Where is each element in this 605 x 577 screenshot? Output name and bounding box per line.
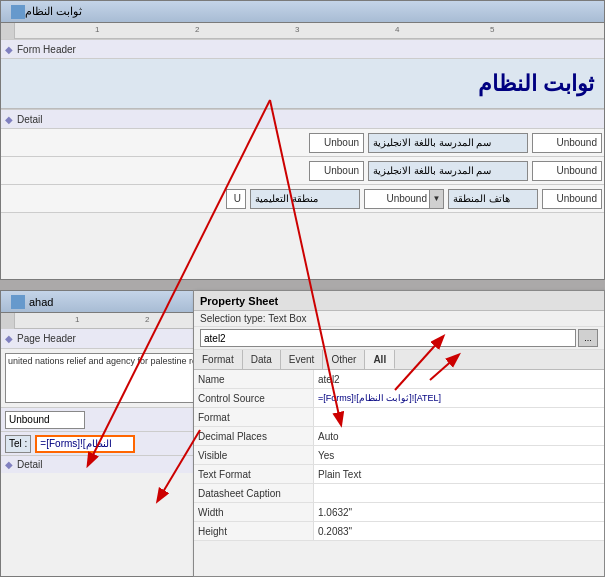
ps-value-visible[interactable]: Yes <box>314 450 604 461</box>
detail-diamond-icon: ◆ <box>5 114 13 125</box>
bottom-ruler-corner <box>1 313 15 329</box>
bw-detail-label: Detail <box>17 459 43 470</box>
ps-label-format: Format <box>194 408 314 426</box>
detail-section-header: ◆ Detail <box>1 109 604 129</box>
ps-tabs[interactable]: Format Data Event Other All <box>194 350 604 370</box>
ps-row-decimal: Decimal Places Auto <box>194 427 604 446</box>
tel-formula-field[interactable]: =[Forms]![النظام <box>35 435 135 453</box>
ruler-mark-3: 3 <box>295 25 299 34</box>
ruler-mark-5: 5 <box>490 25 494 34</box>
ps-value-width[interactable]: 1.0632" <box>314 507 604 518</box>
section-diamond-icon: ◆ <box>5 44 13 55</box>
unbound-field-6[interactable]: U <box>226 189 246 209</box>
ps-label-control-source: Control Source <box>194 389 314 407</box>
ps-name-value: atel2 <box>204 333 226 344</box>
arabic-label-3: هاتف المنطقة <box>448 189 538 209</box>
ps-row-name: Name atel2 <box>194 370 604 389</box>
ps-name-field[interactable]: atel2 ... <box>194 327 604 350</box>
dropdown-arrow-icon[interactable]: ▼ <box>429 190 443 208</box>
ps-row-format: Format <box>194 408 604 427</box>
arabic-label-4: منطقة التعليمية <box>250 189 360 209</box>
ruler-corner <box>1 23 15 39</box>
tel-formula-text: =[Forms]![النظام <box>40 438 111 449</box>
bw-unbound-field[interactable]: Unbound <box>5 411 85 429</box>
form-header-section: ◆ Form Header <box>1 39 604 59</box>
ps-row-height: Height 0.2083" <box>194 522 604 541</box>
form-header-content: ثوابت النظام <box>1 59 604 109</box>
detail-row-2: Unbound سم المدرسة باللغة الانجليزية Unb… <box>1 157 604 185</box>
top-window-title: ثوابت النظام <box>25 5 82 18</box>
ps-label-width: Width <box>194 503 314 521</box>
ruler-mark-1: 1 <box>95 25 99 34</box>
arabic-label-2: سم المدرسة باللغة الانجليزية <box>368 161 528 181</box>
ps-value-height[interactable]: 0.2083" <box>314 526 604 537</box>
ps-row-datasheet-caption: Datasheet Caption <box>194 484 604 503</box>
top-window: ثوابت النظام 1 2 3 4 5 ◆ Form Header ثوا… <box>0 0 605 280</box>
property-sheet: Property Sheet Selection type: Text Box … <box>193 290 605 577</box>
ps-content: Name atel2 Control Source =[Forms]![ثواب… <box>194 370 604 541</box>
ps-row-visible: Visible Yes <box>194 446 604 465</box>
unbound-field-5[interactable]: Unbound <box>542 189 602 209</box>
unbound-field-4[interactable]: Unboun <box>309 161 364 181</box>
ps-name-input[interactable]: atel2 <box>200 329 576 347</box>
bw-unbound-text: Unbound <box>9 414 50 425</box>
unbound-field-2[interactable]: Unboun <box>309 133 364 153</box>
ps-row-text-format: Text Format Plain Text <box>194 465 604 484</box>
bottom-ruler-1: 1 <box>75 315 79 324</box>
tab-format[interactable]: Format <box>194 350 243 369</box>
ps-value-decimal[interactable]: Auto <box>314 431 604 442</box>
tab-event[interactable]: Event <box>281 350 324 369</box>
ps-title: Property Sheet <box>194 291 604 311</box>
ps-value-text-format[interactable]: Plain Text <box>314 469 604 480</box>
detail-label: Detail <box>17 114 43 125</box>
ps-value-control-source[interactable]: =[Forms]![ثوابت النظام]![ATEL] <box>314 393 604 403</box>
top-ruler: 1 2 3 4 5 <box>1 23 604 39</box>
ps-row-width: Width 1.0632" <box>194 503 604 522</box>
detail-row-3: Unbound هاتف المنطقة Unbound ▼ منطقة الت… <box>1 185 604 213</box>
ruler-mark-2: 2 <box>195 25 199 34</box>
ps-selection-type-text: Selection type: Text Box <box>200 313 307 324</box>
unbound-field-1[interactable]: Unbound <box>532 133 602 153</box>
window-icon <box>11 5 25 19</box>
ps-label-visible: Visible <box>194 446 314 464</box>
bottom-window-title: ahad <box>29 296 53 308</box>
ruler-mark-4: 4 <box>395 25 399 34</box>
form-header-label: Form Header <box>17 44 76 55</box>
page-header-label: Page Header <box>17 333 76 344</box>
ps-selection-type: Selection type: Text Box <box>194 311 604 327</box>
ps-name-button[interactable]: ... <box>578 329 598 347</box>
tab-data[interactable]: Data <box>243 350 281 369</box>
detail-row-1: Unbound سم المدرسة باللغة الانجليزية Unb… <box>1 129 604 157</box>
top-window-titlebar[interactable]: ثوابت النظام <box>1 1 604 23</box>
ps-label-datasheet-caption: Datasheet Caption <box>194 484 314 502</box>
arabic-label-1: سم المدرسة باللغة الانجليزية <box>368 133 528 153</box>
tel-label-text: Tel : <box>9 438 27 449</box>
bottom-window-icon <box>11 295 25 309</box>
page-header-diamond: ◆ <box>5 333 13 344</box>
bottom-ruler-2: 2 <box>145 315 149 324</box>
ps-row-control-source: Control Source =[Forms]![ثوابت النظام]![… <box>194 389 604 408</box>
ps-title-text: Property Sheet <box>200 295 278 307</box>
ps-label-decimal: Decimal Places <box>194 427 314 445</box>
ps-label-name: Name <box>194 370 314 388</box>
bw-detail-diamond: ◆ <box>5 459 13 470</box>
tab-other[interactable]: Other <box>323 350 365 369</box>
ps-label-text-format: Text Format <box>194 465 314 483</box>
form-title-arabic: ثوابت النظام <box>478 71 594 97</box>
unbound-field-3[interactable]: Unbound <box>532 161 602 181</box>
ps-value-name[interactable]: atel2 <box>314 374 604 385</box>
dropdown-field-1[interactable]: Unbound ▼ <box>364 189 444 209</box>
tel-label: Tel : <box>5 435 31 453</box>
tab-all[interactable]: All <box>365 350 395 369</box>
ps-label-height: Height <box>194 522 314 540</box>
